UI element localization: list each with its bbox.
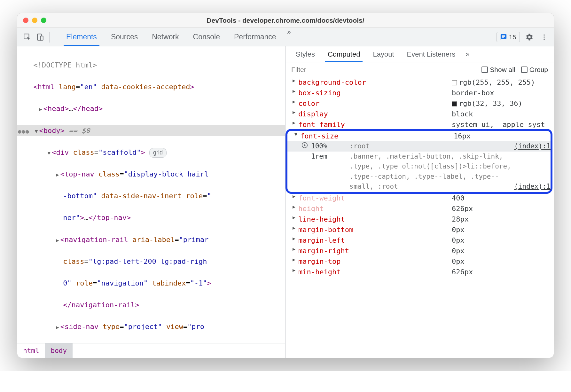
prop-display[interactable]: ▶displayblock <box>286 109 554 119</box>
issues-count: 15 <box>509 33 516 41</box>
titlebar: DevTools - developer.chrome.com/docs/dev… <box>17 13 554 28</box>
prop-box-sizing[interactable]: ▶box-sizingborder-box <box>286 88 554 98</box>
source-row-banner[interactable]: 1rem .banner, .material-button, .skip-li… <box>287 152 551 192</box>
divider <box>49 32 50 43</box>
inspect-icon[interactable] <box>22 32 33 43</box>
more-subtabs-icon[interactable]: » <box>462 50 473 59</box>
layout-badge-grid[interactable]: grid <box>149 148 167 158</box>
settings-icon[interactable] <box>524 32 535 42</box>
swatch-icon <box>452 101 457 106</box>
kebab-icon[interactable] <box>539 32 549 42</box>
prop-background-color[interactable]: ▶background-colorrgb(255, 255, 255) <box>286 77 554 88</box>
prop-font-weight[interactable]: ▶font-weight400 <box>286 193 554 203</box>
subtab-styles[interactable]: Styles <box>289 46 321 62</box>
tab-elements[interactable]: Elements <box>59 28 104 46</box>
filter-input[interactable] <box>291 66 476 74</box>
issues-button[interactable]: 15 <box>497 32 520 42</box>
subtab-event-listeners[interactable]: Event Listeners <box>401 46 462 62</box>
tab-sources[interactable]: Sources <box>104 28 145 46</box>
show-all-checkbox[interactable]: Show all <box>481 66 515 74</box>
dom-tree[interactable]: <!DOCTYPE html> <html lang="en" data-coo… <box>17 46 285 343</box>
more-tabs-icon[interactable]: » <box>283 28 295 46</box>
devtools-window: DevTools - developer.chrome.com/docs/dev… <box>17 13 554 358</box>
tab-performance[interactable]: Performance <box>227 28 283 46</box>
prop-margin-right[interactable]: ▶margin-right0px <box>286 246 554 256</box>
svg-point-5 <box>544 38 545 40</box>
device-toggle-icon[interactable] <box>35 32 45 43</box>
highlighted-region: ▼font-size16px 100% :root (index):1 1rem… <box>286 129 552 194</box>
svg-rect-2 <box>40 36 43 40</box>
source-link[interactable]: (index):1 <box>514 141 551 152</box>
main-toolbar: Elements Sources Network Console Perform… <box>17 28 554 46</box>
prop-color[interactable]: ▶colorrgb(32, 33, 36) <box>286 98 554 109</box>
crumb-html[interactable]: html <box>17 343 45 358</box>
crumb-body[interactable]: body <box>45 343 73 358</box>
elements-panel: <!DOCTYPE html> <html lang="en" data-coo… <box>17 46 286 358</box>
dom-doctype: <!DOCTYPE html> <box>34 61 97 69</box>
group-checkbox[interactable]: Group <box>521 66 548 74</box>
source-link[interactable]: (index):1 <box>514 182 551 192</box>
prop-font-size[interactable]: ▼font-size16px <box>287 131 551 141</box>
subtab-computed[interactable]: Computed <box>321 46 367 62</box>
tab-console[interactable]: Console <box>186 28 227 46</box>
source-row-root[interactable]: 100% :root (index):1 <box>287 141 551 152</box>
prop-margin-top[interactable]: ▶margin-top0px <box>286 256 554 267</box>
dom-selected-body[interactable]: ●●● ▼<body> == $0 <box>17 125 285 136</box>
filter-bar: Show all Group <box>286 62 554 77</box>
prop-margin-bottom[interactable]: ▶margin-bottom0px <box>286 224 554 235</box>
prop-height[interactable]: ▶height626px <box>286 203 554 214</box>
tab-network[interactable]: Network <box>145 28 186 46</box>
prop-font-family[interactable]: ▶font-familysystem-ui, -apple-syst <box>286 119 554 130</box>
svg-point-4 <box>544 36 545 38</box>
subtab-layout[interactable]: Layout <box>366 46 400 62</box>
window-title: DevTools - developer.chrome.com/docs/dev… <box>17 17 554 24</box>
goto-icon[interactable] <box>301 141 308 152</box>
svg-point-3 <box>544 34 545 35</box>
computed-list[interactable]: ▶background-colorrgb(255, 255, 255) ▶box… <box>286 77 554 358</box>
styles-panel: Styles Computed Layout Event Listeners »… <box>286 46 554 358</box>
breadcrumb: html body <box>17 343 285 358</box>
main-tabs: Elements Sources Network Console Perform… <box>59 28 295 46</box>
prop-line-height[interactable]: ▶line-height28px <box>286 214 554 224</box>
prop-min-height[interactable]: ▶min-height626px <box>286 267 554 277</box>
prop-margin-left[interactable]: ▶margin-left0px <box>286 235 554 246</box>
swatch-icon <box>452 80 457 85</box>
sub-tabs: Styles Computed Layout Event Listeners » <box>286 46 554 62</box>
